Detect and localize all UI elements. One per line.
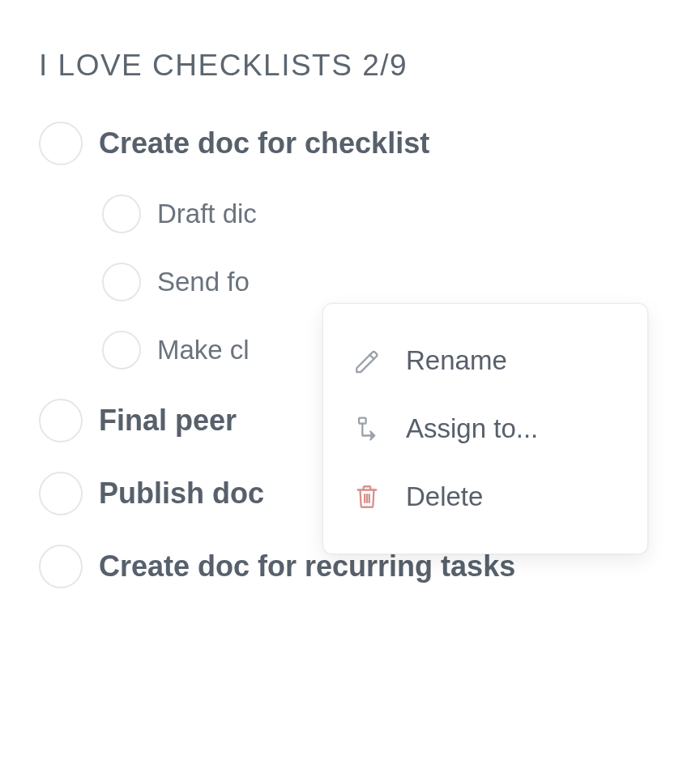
checkbox-icon[interactable]	[39, 399, 83, 442]
checkbox-icon[interactable]	[102, 331, 141, 370]
menu-item-rename[interactable]: Rename	[323, 327, 647, 395]
item-label: Make cl	[157, 335, 250, 365]
item-label: Draft dic	[157, 199, 257, 229]
checklist-subitem[interactable]: Draft dic	[39, 194, 661, 233]
context-menu: Rename Assign to... Delete	[322, 303, 648, 554]
assign-icon	[351, 413, 383, 445]
pencil-icon	[351, 344, 383, 377]
menu-label: Delete	[406, 481, 483, 512]
item-label: Publish doc	[99, 477, 264, 511]
checkbox-icon[interactable]	[102, 194, 141, 233]
trash-icon	[351, 481, 383, 513]
item-label: Final peer	[99, 404, 237, 438]
checkbox-icon[interactable]	[39, 122, 83, 165]
menu-label: Assign to...	[406, 413, 538, 444]
checklist-subitem[interactable]: Send fo	[39, 263, 661, 301]
checkbox-icon[interactable]	[102, 263, 141, 301]
checklist-item[interactable]: Create doc for checklist	[39, 122, 661, 165]
item-label: Create doc for recurring tasks	[99, 549, 515, 584]
item-label: Send fo	[157, 267, 250, 297]
checkbox-icon[interactable]	[39, 545, 83, 588]
menu-item-assign[interactable]: Assign to...	[323, 395, 647, 463]
checkbox-icon[interactable]	[39, 472, 83, 515]
menu-item-delete[interactable]: Delete	[323, 463, 647, 531]
item-label: Create doc for checklist	[99, 126, 429, 160]
menu-label: Rename	[406, 345, 507, 376]
checklist-title: I LOVE CHECKLISTS 2/9	[39, 49, 661, 83]
